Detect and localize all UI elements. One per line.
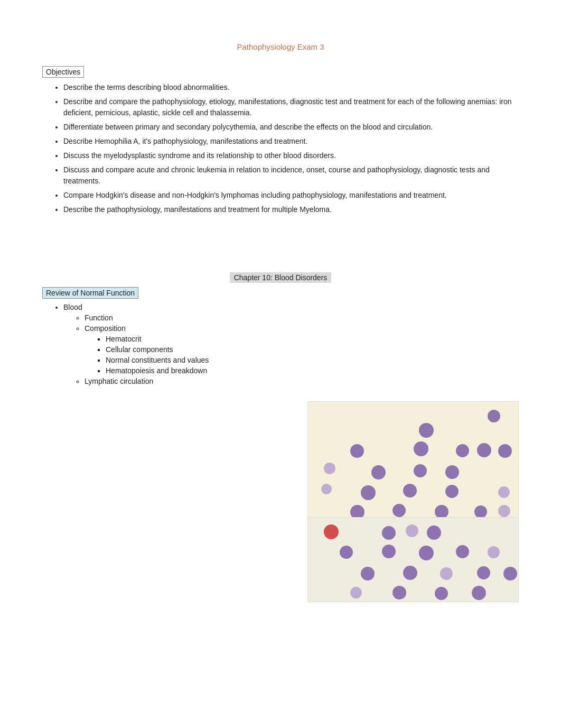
list-item: Function [85,314,519,322]
list-item: Discuss the myelodysplastic syndrome and… [63,150,519,161]
list-item: Describe the pathophysiology, manifestat… [63,204,519,215]
chapter-title: Chapter 10: Blood Disorders [42,273,519,282]
list-item: Discuss and compare acute and chronic le… [63,164,519,187]
list-item: Describe and compare the pathophysiology… [63,96,519,118]
list-item: Cellular components [106,345,519,354]
list-item: Differentiate between primary and second… [63,122,519,133]
review-section: Review of Normal Function Blood Function… [42,287,519,385]
list-item: Describe Hemophilia A, it's pathophysiol… [63,136,519,147]
list-item: Blood Function Composition Hematocrit Ce… [63,303,519,385]
objectives-section: Objectives Describe the terms describing… [42,66,519,215]
list-item: Hematocrit [106,335,519,343]
list-item: Composition Hematocrit Cellular componen… [85,324,519,375]
list-item: Hematopoiesis and breakdown [106,366,519,375]
objectives-label: Objectives [42,66,84,78]
list-item: Lymphatic circulation [85,377,519,385]
list-item: Describe the terms describing blood abno… [63,82,519,93]
list-item: Compare Hodgkin's disease and non-Hodgki… [63,190,519,201]
blood-cell-image [307,401,519,602]
objectives-list: Describe the terms describing blood abno… [42,82,519,215]
list-item: Normal constituents and values [106,356,519,364]
review-list: Blood Function Composition Hematocrit Ce… [42,303,519,385]
review-label: Review of Normal Function [42,287,138,299]
page-title: Pathophysiology Exam 3 [42,42,519,51]
